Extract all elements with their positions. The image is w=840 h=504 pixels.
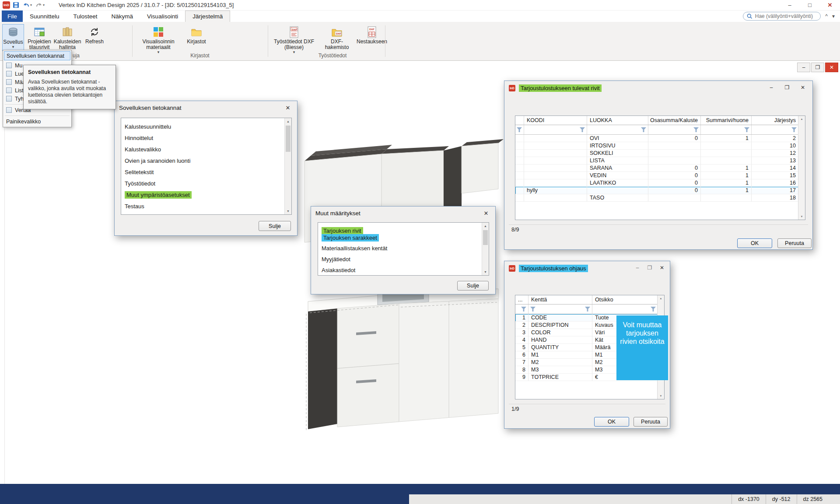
sulje-button[interactable]: Sulje: [259, 221, 291, 231]
tab-visualisointi[interactable]: Visualisointi: [140, 10, 185, 22]
cell[interactable]: [524, 172, 587, 179]
list-item-highlighted[interactable]: Tarjouksen rivit: [318, 227, 489, 234]
list-item[interactable]: Ovien ja saranoiden luonti: [121, 155, 291, 166]
tab-file[interactable]: File: [2, 10, 23, 22]
tab-nakyma[interactable]: Näkymä: [105, 10, 140, 22]
cell[interactable]: [515, 135, 524, 142]
cell[interactable]: CODE: [528, 314, 592, 322]
cell[interactable]: 2: [752, 135, 799, 142]
document-minimize-button[interactable]: –: [797, 63, 810, 72]
cell[interactable]: 0: [648, 164, 701, 172]
dialog-close-icon[interactable]: ✕: [279, 101, 297, 114]
base-cabinet[interactable]: [306, 284, 498, 431]
column-header-summarivi[interactable]: Summarivi/huone: [701, 116, 752, 125]
cell[interactable]: TASO: [587, 194, 648, 202]
cell[interactable]: [648, 142, 701, 150]
cell[interactable]: 5: [515, 344, 528, 351]
filter-funnel-icon[interactable]: [791, 127, 797, 132]
cell[interactable]: 18: [752, 194, 799, 202]
dialog-maximize-icon[interactable]: ❐: [779, 82, 795, 93]
list-item[interactable]: Kalustevalikko: [121, 144, 291, 155]
cell[interactable]: [515, 157, 524, 164]
settings-listbox[interactable]: Tarjouksen rivit Tarjouksen sarakkeet Ma…: [318, 222, 489, 276]
menu-item-painikevalikko[interactable]: Painikevalikko: [3, 117, 71, 126]
search-box[interactable]: [743, 12, 821, 21]
filter-cell[interactable]: [515, 304, 528, 314]
filter-funnel-icon[interactable]: [517, 127, 522, 132]
cell[interactable]: 1: [701, 135, 752, 142]
cell[interactable]: VEDIN: [587, 172, 648, 179]
scroll-down-icon[interactable]: ▼: [285, 208, 291, 214]
cell[interactable]: 7: [515, 359, 528, 366]
cell[interactable]: 14: [752, 164, 799, 172]
cell[interactable]: [524, 150, 587, 157]
column-header-luokka[interactable]: LUOKKA: [587, 116, 648, 125]
cell[interactable]: 0: [648, 135, 701, 142]
cell[interactable]: [524, 194, 587, 202]
filter-funnel-icon[interactable]: [651, 307, 656, 312]
cell[interactable]: [701, 150, 752, 157]
cell[interactable]: COLOR: [528, 329, 592, 336]
cell[interactable]: OVI: [587, 135, 648, 142]
cell[interactable]: [701, 194, 752, 202]
list-item[interactable]: Selitetekstit: [121, 166, 291, 178]
cell[interactable]: [701, 142, 752, 150]
redo-caret-icon[interactable]: ▾: [43, 3, 45, 7]
column-header-osasumma[interactable]: Osasumma/Kaluste: [648, 116, 701, 125]
selector-column-header[interactable]: [515, 116, 524, 125]
peruuta-button[interactable]: Peruuta: [634, 417, 668, 427]
filter-funnel-icon[interactable]: [693, 127, 699, 132]
save-button[interactable]: [12, 1, 20, 10]
cell[interactable]: [701, 157, 752, 164]
cell[interactable]: 8: [515, 366, 528, 374]
filter-cell[interactable]: [752, 125, 799, 134]
scrollbar[interactable]: ▲ ▼: [284, 118, 291, 214]
cell[interactable]: 3: [515, 329, 528, 336]
menu-item-sovelluksen-tietokannat[interactable]: Sovelluksen tietokannat: [4, 51, 70, 60]
cell[interactable]: 0: [648, 187, 701, 194]
maximize-button[interactable]: □: [800, 0, 820, 10]
cell[interactable]: [524, 179, 587, 187]
cell[interactable]: 1: [701, 164, 752, 172]
cell[interactable]: [524, 135, 587, 142]
cell[interactable]: 0: [648, 172, 701, 179]
list-item[interactable]: Materiaallistauksen kentät: [318, 245, 489, 252]
document-close-button[interactable]: ✕: [825, 63, 838, 72]
cell[interactable]: [587, 187, 648, 194]
table-row[interactable]: LISTA 13: [515, 157, 799, 164]
cell[interactable]: [648, 194, 701, 202]
list-item-highlighted[interactable]: Muut ympäristöasetukset: [121, 189, 291, 200]
cell[interactable]: HAND: [528, 336, 592, 344]
collapse-ribbon-icon[interactable]: ^: [825, 13, 828, 19]
scroll-up-icon[interactable]: ▲: [658, 295, 664, 301]
cell[interactable]: [515, 150, 524, 157]
scrollbar-thumb[interactable]: [483, 230, 488, 245]
sovellus-button[interactable]: Sovellus ▾: [2, 24, 24, 51]
filter-funnel-icon[interactable]: [530, 307, 536, 312]
cell[interactable]: DESCRIPTION: [528, 322, 592, 329]
scroll-down-icon[interactable]: ▼: [482, 269, 489, 275]
column-header-index[interactable]: ...: [515, 295, 528, 304]
table-row[interactable]: SOKKELI 12: [515, 150, 799, 157]
filter-cell[interactable]: [648, 125, 701, 134]
cell[interactable]: IRTOSIVU: [587, 142, 648, 150]
list-item[interactable]: Myyjätiedot: [318, 256, 489, 263]
redo-button[interactable]: ▾: [35, 1, 46, 10]
dialog-close-icon[interactable]: ✕: [795, 82, 811, 93]
dialog-maximize-icon[interactable]: ❐: [644, 262, 656, 273]
ribbon-options-icon[interactable]: ▾: [832, 13, 835, 19]
search-input[interactable]: [755, 13, 817, 19]
cell[interactable]: 16: [752, 179, 799, 187]
tab-tulosteet[interactable]: Tulosteet: [66, 10, 105, 22]
scroll-up-icon[interactable]: ▲: [482, 223, 489, 229]
undo-button[interactable]: ▾: [22, 1, 33, 10]
table-row[interactable]: VEDIN 0 1 15: [515, 172, 799, 179]
ok-button[interactable]: OK: [737, 238, 772, 248]
column-header-kentta[interactable]: Kenttä: [528, 295, 592, 304]
cell[interactable]: M3: [528, 366, 592, 374]
cell[interactable]: [648, 157, 701, 164]
cell[interactable]: M1: [528, 351, 592, 359]
cell[interactable]: 1: [515, 314, 528, 322]
undo-caret-icon[interactable]: ▾: [30, 3, 32, 7]
cell[interactable]: [524, 164, 587, 172]
